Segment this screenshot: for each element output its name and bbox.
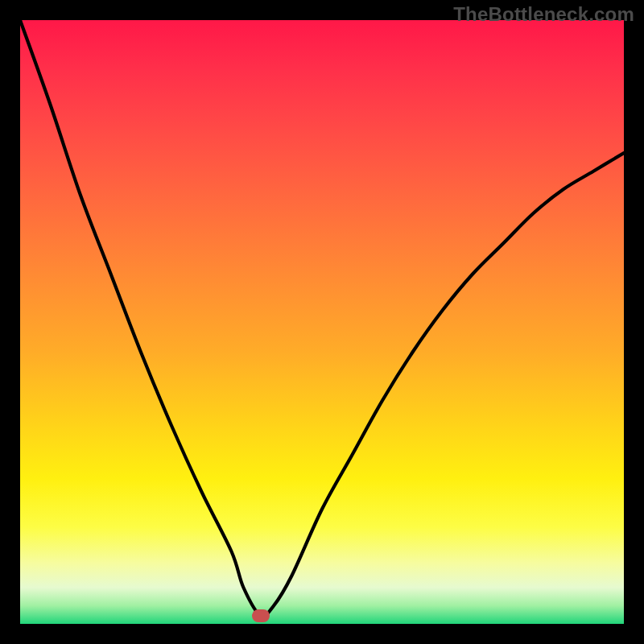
bottleneck-curve xyxy=(20,20,624,624)
optimal-point-marker xyxy=(252,609,270,622)
chart-frame: TheBottleneck.com xyxy=(0,0,644,644)
watermark-text: TheBottleneck.com xyxy=(453,3,634,26)
plot-area xyxy=(20,20,624,624)
curve-path xyxy=(20,20,624,616)
